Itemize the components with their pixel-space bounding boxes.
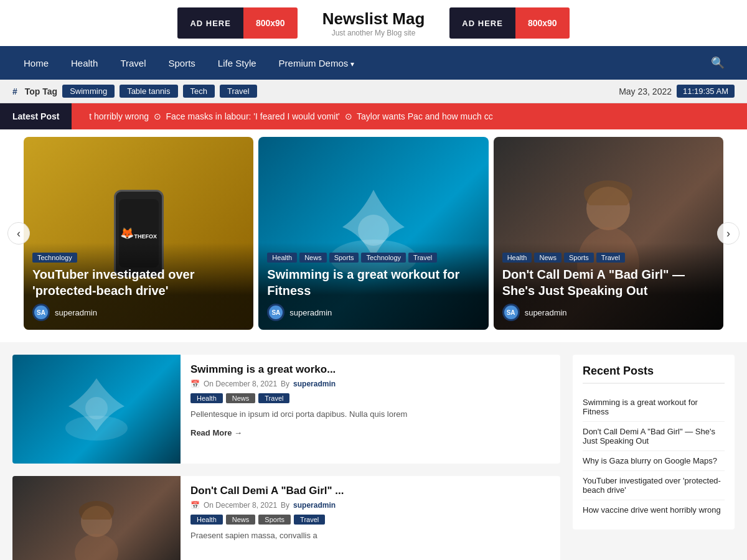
nav-health[interactable]: Health (60, 48, 109, 78)
article-date-1: On December 8, 2021 (204, 380, 277, 388)
author-name-1: superadmin (55, 308, 97, 317)
recent-post-3[interactable]: YouTuber investigated over 'protected-be… (583, 471, 725, 500)
article-date-2: On December 8, 2021 (204, 501, 277, 510)
article-body-2: Don't Call Demi A "Bad Girl" ... 📅 On De… (181, 476, 560, 560)
art-tag-health-2[interactable]: Health (190, 515, 223, 525)
card-tags-3: Health News Sports Travel (502, 253, 715, 263)
recent-post-1[interactable]: Don't Call Demi A "Bad Girl" — She's Jus… (583, 422, 725, 451)
latest-label: Latest Post (0, 103, 72, 129)
card-tags-2: Health News Sports Technology Travel (267, 253, 479, 263)
art-tag-news-2[interactable]: News (226, 515, 256, 525)
recent-post-2[interactable]: Why is Gaza blurry on Google Maps? (583, 451, 725, 471)
art-tag-travel-1[interactable]: Travel (258, 393, 289, 403)
carousel-card-3[interactable]: Health News Sports Travel Don't Call Dem… (494, 137, 723, 330)
ad-banner-left[interactable]: Ad Here 800x90 (177, 7, 297, 39)
carousel-arrow-left[interactable]: ‹ (7, 222, 30, 245)
avatar-3: SA (502, 304, 520, 321)
site-name: Newslist Mag (322, 9, 425, 29)
read-more-1[interactable]: Read More → (190, 428, 242, 437)
svg-point-1 (358, 215, 389, 246)
art-tag-sports-2[interactable]: Sports (258, 515, 291, 525)
ad-banner-right[interactable]: Ad Here 800x90 (449, 7, 569, 39)
ad-left-size: 800x90 (243, 7, 298, 39)
card-author-2: SA superadmin (267, 304, 479, 321)
card-tag-news-3[interactable]: News (534, 253, 561, 263)
card-overlay-3: Health News Sports Travel Don't Call Dem… (494, 243, 723, 330)
tag-swimming[interactable]: Swimming (62, 85, 115, 98)
card-author-1: SA superadmin (32, 304, 245, 321)
article-meta-2: 📅 On December 8, 2021 By superadmin (190, 501, 550, 510)
calendar-icon: 📅 (190, 380, 200, 388)
date-time: May 23, 2022 11:19:35 AM (619, 85, 735, 98)
ad-right-size: 800x90 (515, 7, 570, 39)
card-tag-sports-3[interactable]: Sports (564, 253, 594, 263)
card-title-1: YouTuber investigated over 'protected-be… (32, 266, 245, 299)
avatar-1: SA (32, 304, 50, 321)
article-title-1[interactable]: Swimming is a great worko... (190, 363, 550, 376)
card-overlay-1: Technology YouTuber investigated over 'p… (24, 243, 253, 330)
tag-travel[interactable]: Travel (220, 85, 257, 98)
article-excerpt-2: Praesent sapien massa, convallis a (190, 530, 550, 542)
card-title-2: Swimming is a great workout for Fitness (267, 266, 479, 299)
site-title: Newslist Mag Just another My Blog site (322, 9, 425, 37)
woman-thumb-icon (59, 493, 134, 561)
art-tag-travel-2[interactable]: Travel (294, 515, 325, 525)
calendar-icon-2: 📅 (190, 501, 200, 510)
ad-header: Ad Here 800x90 Newslist Mag Just another… (0, 0, 747, 46)
sidebar: Recent Posts Swimming is a great workout… (573, 355, 735, 560)
top-tag-bar: # Top Tag Swimming Table tannis Tech Tra… (0, 80, 747, 103)
nav-sports[interactable]: Sports (157, 48, 207, 78)
card-tag-travel-3[interactable]: Travel (596, 253, 625, 263)
card-tag-technology-2[interactable]: Technology (361, 253, 406, 263)
ad-left-label: Ad Here (177, 7, 243, 39)
recent-posts-title: Recent Posts (583, 365, 725, 384)
nav-links: Home Health Travel Sports Life Style Pre… (12, 48, 365, 78)
tag-tech[interactable]: Tech (183, 85, 215, 98)
hash-symbol: # (12, 86, 17, 96)
carousel-section: ‹ 🦊THEFOX Technology YouTuber investigat… (0, 129, 747, 342)
carousel-card-1[interactable]: 🦊THEFOX Technology YouTuber investigated… (24, 137, 253, 330)
card-tag-news-2[interactable]: News (299, 253, 327, 263)
article-author-1[interactable]: superadmin (293, 380, 336, 388)
nav-home[interactable]: Home (12, 48, 60, 78)
recent-post-4[interactable]: How vaccine drive went horribly wrong (583, 500, 725, 520)
card-tag-technology[interactable]: Technology (32, 253, 77, 263)
art-tag-news-1[interactable]: News (226, 393, 256, 403)
article-card-1: Swimming is a great worko... 📅 On Decemb… (12, 355, 560, 464)
nav-lifestyle[interactable]: Life Style (207, 48, 268, 78)
article-author-2[interactable]: superadmin (293, 501, 336, 510)
latest-bar: Latest Post t horribly wrong ⊙ Face mask… (0, 103, 747, 129)
swim-thumb-icon (59, 372, 134, 447)
top-tags-container: # Top Tag Swimming Table tannis Tech Tra… (12, 85, 257, 98)
article-tags-1: Health News Travel (190, 393, 550, 403)
nav-premium[interactable]: Premium Demos ▾ (268, 48, 366, 78)
nav-travel[interactable]: Travel (109, 48, 157, 78)
carousel-arrow-right[interactable]: › (717, 222, 740, 245)
article-thumb-1 (12, 355, 181, 464)
article-thumb-2 (12, 476, 181, 560)
art-tag-health-1[interactable]: Health (190, 393, 223, 403)
articles-column: Swimming is a great worko... 📅 On Decemb… (12, 355, 560, 560)
nav-search[interactable]: 🔍 (701, 46, 735, 80)
main-nav: Home Health Travel Sports Life Style Pre… (0, 46, 747, 80)
top-tag-label: Top Tag (25, 86, 57, 96)
card-tag-health-2[interactable]: Health (267, 253, 297, 263)
card-tag-sports-2[interactable]: Sports (329, 253, 359, 263)
carousel-container: 🦊THEFOX Technology YouTuber investigated… (5, 137, 742, 330)
by-label-1: By (281, 380, 289, 388)
carousel-card-2[interactable]: Health News Sports Technology Travel Swi… (258, 137, 488, 330)
article-title-2[interactable]: Don't Call Demi A "Bad Girl" ... (190, 485, 550, 497)
card-overlay-2: Health News Sports Technology Travel Swi… (258, 243, 488, 330)
ticker-text: t horribly wrong ⊙ Face masks in labour:… (72, 111, 505, 121)
recent-post-0[interactable]: Swimming is a great workout for Fitness (583, 393, 725, 422)
author-name-2: superadmin (289, 308, 332, 317)
card-tag-travel-2[interactable]: Travel (408, 253, 437, 263)
avatar-2: SA (267, 304, 284, 321)
ad-right-label: Ad Here (449, 7, 515, 39)
date-display: May 23, 2022 (619, 86, 672, 96)
tag-table-tannis[interactable]: Table tannis (120, 85, 177, 98)
recent-posts-section: Recent Posts Swimming is a great workout… (573, 355, 735, 530)
woman-thumb-bg (12, 476, 181, 560)
main-content: Swimming is a great worko... 📅 On Decemb… (0, 342, 747, 560)
card-tag-health-3[interactable]: Health (502, 253, 532, 263)
